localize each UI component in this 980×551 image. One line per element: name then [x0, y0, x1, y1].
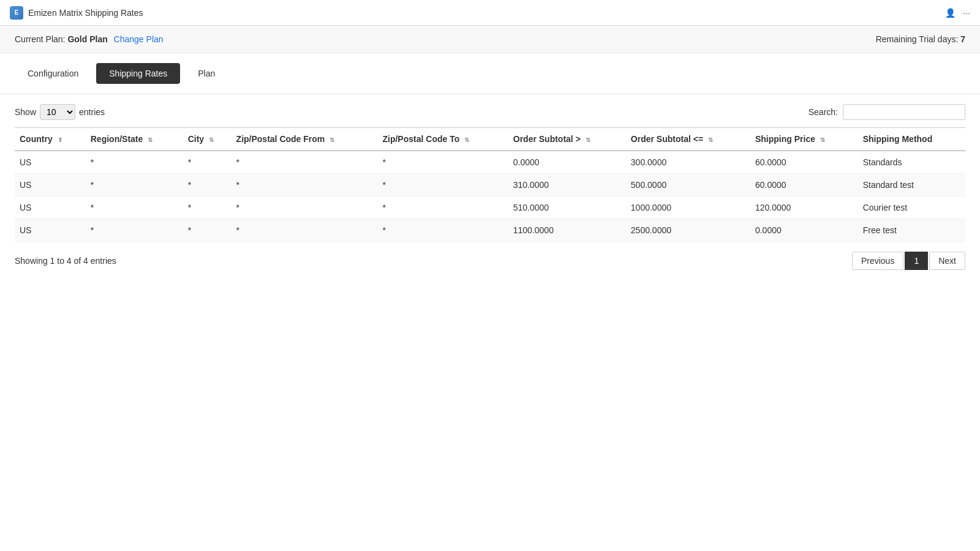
title-bar-left: E Emizen Matrix Shipping Rates: [10, 6, 143, 20]
table-row: US****0.0000300.000060.0000Standards: [15, 151, 965, 174]
more-icon[interactable]: ···: [963, 8, 970, 18]
table-cell: *: [183, 197, 232, 219]
title-bar-right: 👤 ···: [945, 8, 970, 18]
table-cell: 300.0000: [626, 151, 750, 174]
table-cell: 500.0000: [626, 174, 750, 197]
table-cell: *: [86, 174, 183, 197]
table-cell: *: [232, 197, 378, 219]
table-cell: 310.0000: [508, 174, 626, 197]
table-cell: *: [232, 219, 378, 242]
table-header-row: Country ⬆ Region/State ⇅ City ⇅ Zip/Post…: [15, 128, 965, 151]
previous-button[interactable]: Previous: [852, 252, 903, 270]
table-cell: *: [377, 151, 508, 174]
plan-banner-left: Current Plan: Gold Plan Change Plan: [15, 34, 164, 44]
table-cell: US: [15, 219, 86, 242]
table-cell: *: [232, 174, 378, 197]
app-icon: E: [10, 6, 23, 20]
sort-icon-country: ⬆: [58, 137, 62, 143]
table-cell: Standards: [858, 151, 965, 174]
plan-banner: Current Plan: Gold Plan Change Plan Rema…: [0, 26, 980, 53]
page-1-button[interactable]: 1: [905, 252, 928, 270]
col-header-order-gt[interactable]: Order Subtotal > ⇅: [508, 128, 626, 151]
show-label: Show: [15, 107, 36, 117]
pagination-wrapper: Showing 1 to 4 of 4 entries Previous 1 N…: [0, 242, 980, 280]
app-title: Emizen Matrix Shipping Rates: [28, 8, 143, 18]
pagination-info: Showing 1 to 4 of 4 entries: [15, 256, 116, 266]
table-cell: 60.0000: [750, 174, 858, 197]
entries-label: entries: [79, 107, 105, 117]
tab-configuration[interactable]: Configuration: [15, 63, 91, 84]
table-cell: US: [15, 197, 86, 219]
table-cell: *: [377, 219, 508, 242]
table-controls: Show 10 25 50 100 entries Search:: [0, 94, 980, 127]
table-cell: US: [15, 151, 86, 174]
sort-icon-shipping-price: ⇅: [820, 137, 825, 143]
next-button[interactable]: Next: [929, 252, 965, 270]
plan-banner-right: Remaining Trial days: 7: [876, 34, 965, 44]
table-wrapper: Country ⬆ Region/State ⇅ City ⇅ Zip/Post…: [0, 127, 980, 242]
table-cell: 510.0000: [508, 197, 626, 219]
tabs: Configuration Shipping Rates Plan: [0, 53, 980, 94]
col-header-shipping-price[interactable]: Shipping Price ⇅: [750, 128, 858, 151]
trial-label: Remaining Trial days:: [876, 34, 959, 44]
table-cell: *: [183, 151, 232, 174]
table-cell: 1100.0000: [508, 219, 626, 242]
search-input[interactable]: [843, 104, 965, 120]
show-entries: Show 10 25 50 100 entries: [15, 104, 105, 120]
trial-days: 7: [960, 34, 965, 44]
col-header-zip-to[interactable]: Zip/Postal Code To ⇅: [377, 128, 508, 151]
table-row: US****1100.00002500.00000.0000Free test: [15, 219, 965, 242]
col-header-city[interactable]: City ⇅: [183, 128, 232, 151]
col-header-country[interactable]: Country ⬆: [15, 128, 86, 151]
table-cell: US: [15, 174, 86, 197]
table-cell: *: [86, 197, 183, 219]
table-row: US****510.00001000.0000120.0000Courier t…: [15, 197, 965, 219]
pagination-buttons: Previous 1 Next: [852, 252, 965, 270]
sort-icon-order-lte: ⇅: [708, 137, 713, 143]
change-plan-link[interactable]: Change Plan: [114, 34, 164, 44]
table-cell: 0.0000: [508, 151, 626, 174]
table-cell: *: [86, 151, 183, 174]
plan-label: Current Plan:: [15, 34, 65, 44]
col-header-zip-from[interactable]: Zip/Postal Code From ⇅: [232, 128, 378, 151]
table-cell: 0.0000: [750, 219, 858, 242]
table-cell: 2500.0000: [626, 219, 750, 242]
search-label: Search:: [809, 107, 838, 117]
col-header-region[interactable]: Region/State ⇅: [86, 128, 183, 151]
table-cell: *: [183, 174, 232, 197]
sort-icon-zip-to: ⇅: [464, 137, 469, 143]
table-cell: *: [86, 219, 183, 242]
search-box: Search:: [809, 104, 965, 120]
col-header-shipping-method: Shipping Method: [858, 128, 965, 151]
table-cell: *: [377, 197, 508, 219]
sort-icon-city: ⇅: [209, 137, 214, 143]
table-cell: 1000.0000: [626, 197, 750, 219]
user-icon[interactable]: 👤: [945, 8, 956, 18]
table-cell: 120.0000: [750, 197, 858, 219]
table-cell: Courier test: [858, 197, 965, 219]
title-bar: E Emizen Matrix Shipping Rates 👤 ···: [0, 0, 980, 26]
shipping-rates-table: Country ⬆ Region/State ⇅ City ⇅ Zip/Post…: [15, 127, 965, 242]
tab-plan[interactable]: Plan: [185, 63, 228, 84]
table-cell: Standard test: [858, 174, 965, 197]
sort-icon-region: ⇅: [148, 137, 153, 143]
sort-icon-order-gt: ⇅: [586, 137, 590, 143]
table-cell: *: [183, 219, 232, 242]
table-cell: *: [377, 174, 508, 197]
plan-name: Gold Plan: [67, 34, 107, 44]
table-cell: Free test: [858, 219, 965, 242]
entries-select[interactable]: 10 25 50 100: [40, 104, 75, 120]
table-cell: 60.0000: [750, 151, 858, 174]
table-row: US****310.0000500.000060.0000Standard te…: [15, 174, 965, 197]
table-cell: *: [232, 151, 378, 174]
col-header-order-lte[interactable]: Order Subtotal <= ⇅: [626, 128, 750, 151]
sort-icon-zip-from: ⇅: [330, 137, 334, 143]
main-content: Current Plan: Gold Plan Change Plan Rema…: [0, 26, 980, 551]
tab-shipping-rates[interactable]: Shipping Rates: [96, 63, 180, 84]
